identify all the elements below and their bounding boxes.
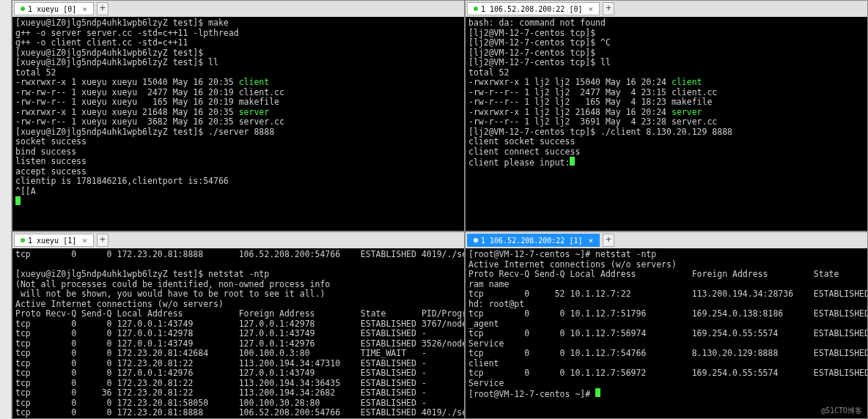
line: ^[[A	[15, 186, 36, 196]
line: client please input:	[468, 157, 570, 168]
line: tcp 0 0 172.23.20.81:8888 106.52.208.200…	[15, 249, 464, 259]
line: socket success	[15, 136, 87, 147]
line: -rw-rw-r-- 1 xueyu xueyu 165 May 16 20:1…	[15, 97, 279, 107]
line: bash: da: command not found	[468, 18, 606, 28]
line: Proto Recv-Q Send-Q Local Address Foreig…	[15, 308, 464, 319]
line: tcp 0 0 172.23.20.81:8888 106.52.208.200…	[15, 407, 464, 418]
exec-file: client	[672, 77, 702, 87]
add-tab-button[interactable]: +	[603, 2, 614, 15]
line: hd: root@pt	[468, 299, 524, 309]
line: [xueyu@iZ0jlg5ndp4uhk1wpb6lzyZ test]$ ma…	[15, 18, 229, 28]
line: -rw-rw-r-- 1 xueyu xueyu 3682 May 16 20:…	[15, 116, 284, 127]
line: tcp 0 0 10.1.12.7:54766 8.130.20.129:888…	[468, 348, 867, 358]
line: [xueyu@iZ0jlg5ndp4uhk1wpb6lzyZ test]$	[15, 48, 203, 58]
line: tcp 0 0 127.0.0.1:42978 127.0.0.1:43749 …	[15, 328, 427, 338]
status-dot-icon	[474, 7, 478, 11]
close-icon[interactable]: ×	[588, 4, 593, 14]
exec-file: client	[239, 77, 270, 87]
line: [lj2@VM-12-7-centos tcp]$ ./client 8.130…	[468, 127, 732, 137]
line: -rwxrwxr-x 1 lj2 lj2 21648 May 16 20:24	[468, 107, 672, 117]
line: g++ -o client client.cc -std=c++11	[15, 37, 188, 48]
line: g++ -o server server.cc -std=c++11 -lpth…	[15, 28, 239, 38]
tabbar-tl: 1 xueyu [0] × +	[12, 1, 464, 17]
pane-top-left: 1 xueyu [0] × + [xueyu@iZ0jlg5ndp4uhk1wp…	[12, 0, 465, 231]
line: tcp 0 0 10.1.12.7:56974 169.254.0.55:557…	[468, 328, 867, 338]
tab-xueyu-0[interactable]: 1 xueyu [0] ×	[14, 2, 94, 15]
tab-remote-1[interactable]: 1 106.52.208.200:22 [1] ×	[467, 234, 600, 247]
tabbar-bl: 1 xueyu [1] × +	[12, 232, 464, 248]
line: -rwxrwxr-x 1 lj2 lj2 15040 May 16 20:24	[468, 77, 672, 87]
line: will not be shown, you would have to be …	[15, 289, 325, 299]
add-tab-button[interactable]: +	[97, 2, 108, 15]
close-icon[interactable]: ×	[82, 236, 87, 245]
tab-label: 1 106.52.208.200:22 [0]	[481, 5, 582, 13]
line: [lj2@VM-12-7-centos tcp]$	[468, 48, 595, 58]
line: tcp 0 0 127.0.0.1:43749 127.0.0.1:42978 …	[15, 319, 464, 329]
tab-label: 1 xueyu [0]	[28, 5, 76, 13]
line: Service	[468, 378, 504, 388]
close-icon[interactable]: ×	[82, 4, 87, 14]
line: [xueyu@iZ0jlg5ndp4uhk1wpb6lzyZ test]$ ./…	[15, 127, 274, 137]
terminal-br[interactable]: [root@VM-12-7-centos ~]# netstat -ntp Ac…	[466, 248, 867, 418]
tab-xueyu-1[interactable]: 1 xueyu [1] ×	[14, 234, 94, 247]
add-tab-button[interactable]: +	[97, 234, 108, 247]
line: total 52	[15, 67, 56, 78]
line: Active Internet connections (w/o servers…	[15, 299, 224, 309]
line: ram name	[468, 279, 509, 289]
line: _agent	[468, 319, 499, 329]
line: [lj2@VM-12-7-centos tcp]$ ll	[468, 57, 611, 67]
tabbar-br: 1 106.52.208.200:22 [1] × +	[466, 232, 867, 248]
terminal-tr[interactable]: bash: da: command not found [lj2@VM-12-7…	[466, 17, 867, 231]
tab-label: 1 xueyu [1]	[28, 237, 76, 245]
line: -rw-r--r-- 1 lj2 lj2 165 May 4 18:23 mak…	[468, 97, 712, 107]
close-icon[interactable]: ×	[588, 236, 593, 245]
cursor-icon	[15, 196, 21, 205]
pane-bottom-right: 1 106.52.208.200:22 [1] × + [root@VM-12-…	[465, 231, 868, 419]
line: Service	[468, 338, 504, 349]
cursor-icon	[570, 157, 575, 166]
left-gutter	[0, 0, 12, 419]
line: -rwxrwxr-x 1 xueyu xueyu 21648 May 16 20…	[15, 107, 239, 117]
tab-remote-0[interactable]: 1 106.52.208.200:22 [0] ×	[467, 2, 600, 15]
line: [lj2@VM-12-7-centos tcp]$	[468, 28, 595, 38]
line: tcp 0 0 127.0.0.1:43749 127.0.0.1:42976 …	[15, 338, 464, 349]
line: -rw-r--r-- 1 lj2 lj2 2477 May 4 23:15 cl…	[468, 87, 717, 97]
line: -rw-rw-r-- 1 xueyu xueyu 2477 May 16 20:…	[15, 87, 284, 97]
line: tcp 0 0 127.0.0.1:42976 127.0.0.1:43749 …	[15, 368, 427, 378]
line: accept success	[15, 166, 87, 177]
exec-file: server	[239, 107, 270, 117]
line: tcp 0 36 172.23.20.81:22 113.200.194.34:…	[15, 388, 427, 398]
line: [xueyu@iZ0jlg5ndp4uhk1wpb6lzyZ test]$ ne…	[15, 269, 269, 279]
line: tcp 0 0 10.1.12.7:56972 169.254.0.55:557…	[468, 368, 867, 378]
pane-bottom-left: 1 xueyu [1] × + tcp 0 0 172.23.20.81:888…	[12, 231, 465, 419]
line: clientip is 1781846216,clientport is:547…	[15, 176, 229, 186]
line: [root@VM-12-7-centos ~]#	[468, 389, 595, 399]
line: tcp 0 0 172.23.20.81:22 113.200.194.34:4…	[15, 358, 427, 368]
line: bind success	[15, 147, 76, 157]
status-dot-icon	[21, 7, 25, 11]
line: Active Internet connections (w/o servers…	[468, 259, 677, 270]
status-dot-icon	[21, 238, 25, 242]
terminal-tl[interactable]: [xueyu@iZ0jlg5ndp4uhk1wpb6lzyZ test]$ ma…	[12, 17, 464, 231]
line: (Not all processes could be identified, …	[15, 279, 330, 289]
line: -rw-r--r-- 1 lj2 lj2 3691 May 4 23:28 se…	[468, 116, 717, 127]
cursor-icon	[595, 388, 600, 397]
line: listen success	[15, 156, 87, 166]
exec-file: server	[672, 107, 702, 117]
add-tab-button[interactable]: +	[603, 234, 614, 247]
line: [root@VM-12-7-centos ~]# netstat -ntp	[468, 249, 656, 259]
tab-label: 1 106.52.208.200:22 [1]	[481, 237, 582, 245]
pane-top-right: 1 106.52.208.200:22 [0] × + bash: da: co…	[465, 0, 868, 231]
terminal-bl[interactable]: tcp 0 0 172.23.20.81:8888 106.52.208.200…	[12, 248, 464, 418]
watermark: @51CTO博客	[821, 406, 862, 416]
line: tcp 0 0 172.23.20.81:22 113.200.194.34:3…	[15, 378, 427, 388]
status-dot-icon	[474, 238, 478, 242]
cursor-icon	[208, 418, 213, 419]
line: client connect success	[468, 147, 580, 157]
tabbar-tr: 1 106.52.208.200:22 [0] × +	[466, 1, 867, 17]
line: tcp 0 52 10.1.12.7:22 113.200.194.34:287…	[468, 289, 867, 299]
line: -rwxrwxr-x 1 xueyu xueyu 15040 May 16 20…	[15, 77, 239, 87]
line: [xueyu@iZ0jlg5ndp4uhk1wpb6lzyZ test]$ ll	[15, 57, 218, 67]
line: tcp 0 0 172.23.20.81:42684 100.100.0.3:8…	[15, 348, 427, 358]
line: [lj2@VM-12-7-centos tcp]$ ^C	[468, 37, 611, 48]
